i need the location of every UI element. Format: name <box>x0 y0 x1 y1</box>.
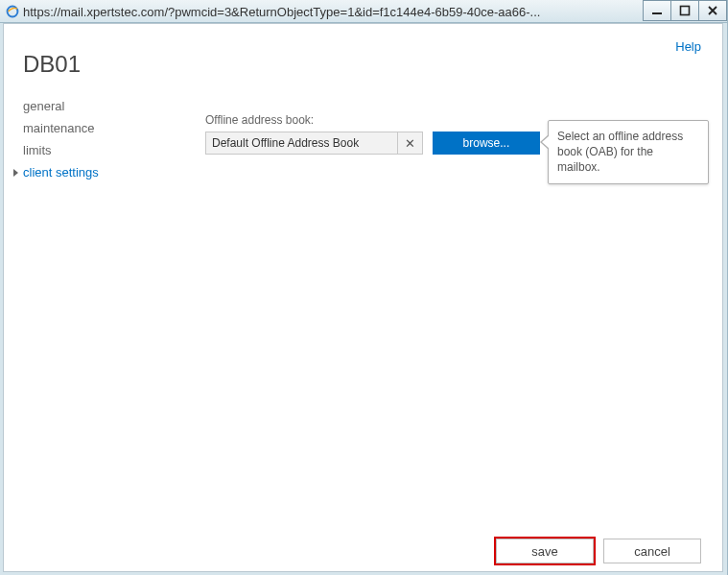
minimize-button[interactable] <box>643 0 671 21</box>
nav-item-client-settings[interactable]: client settings <box>23 165 186 180</box>
save-button[interactable]: save <box>496 539 594 563</box>
address-bar-url: https://mail.xpertstec.com/?pwmcid=3&Ret… <box>23 4 644 19</box>
svg-rect-2 <box>681 7 690 15</box>
callout-text: Select an offline address book (OAB) for… <box>557 130 683 174</box>
oab-picker-row: Default Offline Address Book ✕ browse... <box>205 132 540 155</box>
maximize-button[interactable] <box>670 0 699 21</box>
page-title: DB01 <box>23 51 81 78</box>
popup-window: https://mail.xpertstec.com/?pwmcid=3&Ret… <box>0 0 728 575</box>
window-controls <box>644 0 727 22</box>
cancel-button[interactable]: cancel <box>603 539 701 563</box>
close-button[interactable] <box>698 0 727 21</box>
close-icon: ✕ <box>405 136 415 151</box>
nav-item-maintenance[interactable]: maintenance <box>23 121 186 135</box>
oab-selected-value[interactable]: Default Offline Address Book <box>205 132 397 155</box>
browse-button[interactable]: browse... <box>433 132 540 155</box>
ie-icon <box>6 5 19 18</box>
svg-rect-1 <box>652 12 662 14</box>
nav-item-label: client settings <box>23 165 99 180</box>
content-frame: Help DB01 general maintenance limits cli… <box>3 23 723 572</box>
clear-oab-button[interactable]: ✕ <box>397 132 423 155</box>
nav-item-general[interactable]: general <box>23 99 186 113</box>
nav-item-limits[interactable]: limits <box>23 143 186 157</box>
caret-right-icon <box>13 169 18 177</box>
sidebar-nav: general maintenance limits client settin… <box>23 99 186 187</box>
window-resize-edge[interactable] <box>724 23 727 575</box>
dialog-footer: save cancel <box>486 539 701 563</box>
help-link[interactable]: Help <box>675 39 701 54</box>
form-area: Offline address book: Default Offline Ad… <box>205 113 540 155</box>
window-titlebar: https://mail.xpertstec.com/?pwmcid=3&Ret… <box>0 0 727 23</box>
help-callout: Select an offline address book (OAB) for… <box>548 120 709 184</box>
oab-field-label: Offline address book: <box>205 113 540 127</box>
